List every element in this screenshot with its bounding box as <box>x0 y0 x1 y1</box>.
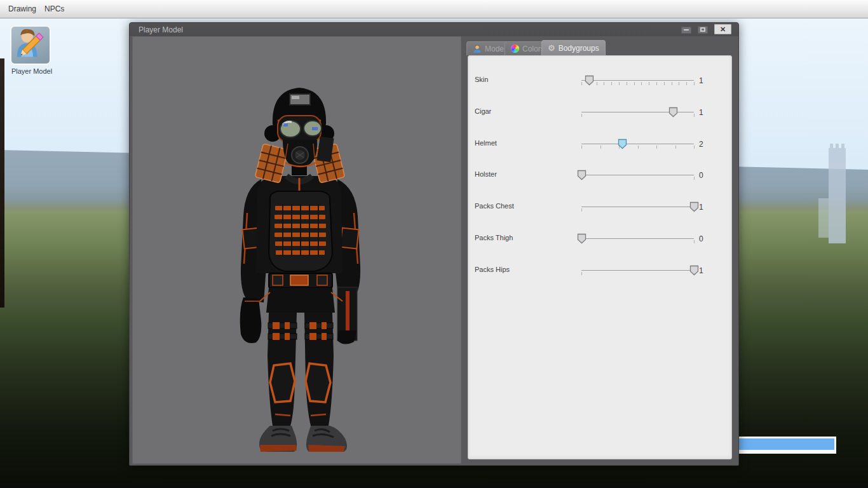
tab-bodygroups[interactable]: ⚙ Bodygroups <box>541 40 606 55</box>
bodygroup-label: Packs Thigh <box>475 234 513 241</box>
gear-icon: ⚙ <box>548 44 555 52</box>
slider-tick <box>675 146 676 149</box>
slider-handle[interactable] <box>689 265 699 276</box>
slider-tick <box>664 82 665 85</box>
slider-tick <box>656 146 657 149</box>
tab-bodygroups-label: Bodygroups <box>559 44 599 53</box>
slider-handle[interactable] <box>689 201 699 212</box>
desktop-icon-player-model[interactable]: Player Model <box>9 24 55 74</box>
bodygroup-row: Holster0 <box>468 167 731 184</box>
bodygroup-slider[interactable] <box>581 104 694 121</box>
slider-tick <box>641 82 642 85</box>
bodygroup-row: Packs Hips1 <box>468 262 731 279</box>
slider-tick <box>627 82 627 85</box>
maximize-icon <box>700 27 705 32</box>
slider-tick <box>619 82 620 85</box>
window-titlebar[interactable]: Player Model <box>130 23 738 36</box>
maximize-button[interactable] <box>698 26 708 34</box>
bodygroup-value: 2 <box>699 140 703 149</box>
background-tower-small <box>818 198 829 238</box>
slider-tick <box>600 146 601 149</box>
slider-handle[interactable] <box>585 75 594 86</box>
tab-strip: Model Colors ⚙ Bodygroups <box>466 40 736 55</box>
bodygroup-label: Skin <box>475 76 488 83</box>
slider-tick <box>694 177 695 180</box>
tab-model-label: Model <box>485 44 506 53</box>
color-wheel-icon <box>511 44 519 53</box>
slider-tick <box>694 114 695 117</box>
slider-track <box>581 238 694 239</box>
slider-track <box>581 270 694 271</box>
slider-track <box>581 175 694 175</box>
slider-tick <box>581 272 582 275</box>
player-model-window: Player Model ✕ <box>129 22 739 466</box>
slider-tick <box>686 82 687 85</box>
bodygroup-label: Helmet <box>475 139 497 147</box>
slider-tick <box>694 240 695 243</box>
user-icon <box>473 44 482 53</box>
bodygroup-row: Packs Thigh0 <box>468 231 731 247</box>
slider-track <box>581 207 694 207</box>
bodygroup-slider[interactable] <box>581 199 694 215</box>
slider-tick <box>604 82 604 85</box>
slider-tick <box>679 82 679 85</box>
bodygroup-slider[interactable] <box>581 72 694 89</box>
slider-tick <box>581 146 582 149</box>
close-button[interactable]: ✕ <box>714 24 731 34</box>
slider-handle[interactable] <box>577 233 587 244</box>
menu-item-npcs[interactable]: NPCs <box>44 4 64 13</box>
player-edit-icon <box>10 25 51 65</box>
top-menu-bar: Drawing NPCs <box>0 0 868 18</box>
slider-tick <box>634 82 635 85</box>
slider-tick <box>672 82 672 85</box>
bodygroup-value: 1 <box>699 76 703 85</box>
slider-handle[interactable] <box>618 139 627 149</box>
menu-item-drawing[interactable]: Drawing <box>8 4 36 13</box>
bodygroup-value: 1 <box>699 203 703 212</box>
slider-tick <box>694 82 695 85</box>
bodygroup-row: Packs Chest1 <box>468 199 731 215</box>
background-pole <box>0 58 4 308</box>
screen: Drawing NPCs Player Model <box>0 0 868 488</box>
bodygroup-value: 0 <box>699 171 703 180</box>
slider-tick <box>581 114 582 117</box>
slider-tick <box>597 82 597 85</box>
bodygroup-row: Cigar1 <box>468 104 731 121</box>
bodygroup-slider[interactable] <box>581 262 694 279</box>
slider-tick <box>581 82 582 85</box>
slider-handle[interactable] <box>668 107 678 118</box>
slider-tick <box>581 208 582 212</box>
bodygroup-value: 0 <box>699 234 703 243</box>
bodygroups-panel: Skin1Cigar1Helmet2Holster0Packs Chest1Pa… <box>468 55 732 459</box>
bodygroup-row: Skin1 <box>468 72 731 89</box>
bodygroup-label: Cigar <box>475 107 491 115</box>
bodygroup-slider[interactable] <box>581 167 694 184</box>
minimize-icon <box>684 29 689 30</box>
bodygroup-label: Packs Chest <box>475 202 514 210</box>
desktop-icon-label: Player Model <box>1 67 62 75</box>
window-title: Player Model <box>139 25 183 34</box>
bodygroup-label: Packs Hips <box>475 266 510 273</box>
selection-highlight-bar[interactable] <box>735 437 836 454</box>
slider-track <box>581 144 694 144</box>
slider-tick <box>656 82 657 85</box>
bodygroup-label: Holster <box>475 170 497 178</box>
slider-tick <box>649 82 649 85</box>
model-preview[interactable] <box>132 36 461 464</box>
close-icon: ✕ <box>720 25 726 33</box>
slider-tick <box>611 82 612 85</box>
minimize-button[interactable] <box>681 27 691 34</box>
bodygroup-value: 1 <box>699 108 703 117</box>
bodygroup-slider[interactable] <box>581 136 694 152</box>
slider-tick <box>638 146 639 149</box>
bodygroup-value: 1 <box>699 266 703 275</box>
player-character-render <box>219 83 384 458</box>
bodygroup-row: Helmet2 <box>468 136 731 152</box>
background-tower <box>829 148 846 243</box>
slider-tick <box>694 146 695 149</box>
slider-handle[interactable] <box>577 170 587 180</box>
slider-track <box>581 80 694 81</box>
bodygroup-slider[interactable] <box>581 231 694 247</box>
